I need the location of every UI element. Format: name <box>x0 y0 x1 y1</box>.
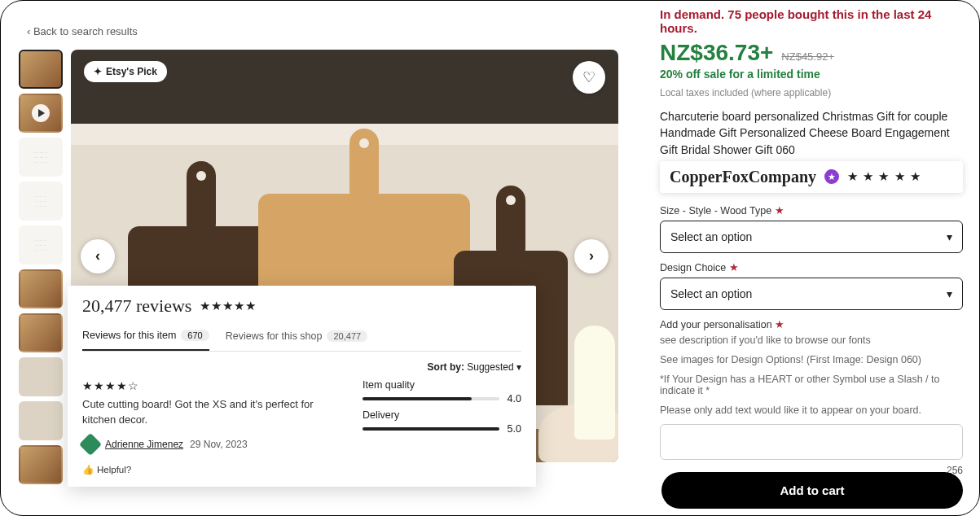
review-text: Cute cutting board! Got the XS and it's … <box>82 397 330 428</box>
avatar <box>79 433 102 456</box>
sort-value: Suggested <box>467 361 513 373</box>
thumbnail-8[interactable] <box>19 357 63 396</box>
thumbnail-video[interactable] <box>19 94 63 133</box>
product-info-panel: In demand. 75 people bought this in the … <box>653 7 979 476</box>
thumbnail-strip: ··· ··· ····· ··· ····· ··· ·· ·· ·· ···… <box>19 50 63 484</box>
back-to-results-link[interactable]: Back to search results <box>27 25 138 37</box>
add-to-cart-button[interactable]: Add to cart <box>661 472 963 509</box>
demand-text: In demand. 75 people bought this in the … <box>660 7 963 35</box>
thumbnail-5[interactable]: ·· ·· ···· ·· ···· ·· ·· <box>19 225 63 265</box>
prev-image-button[interactable]: ‹ <box>81 239 115 273</box>
price: NZ$36.73+ <box>660 40 773 66</box>
rating-delivery-label: Delivery <box>363 409 521 421</box>
personalisation-hint-2: See images for Design Options! (First Im… <box>660 354 963 365</box>
tab-reviews-item[interactable]: Reviews for this item 670 <box>82 325 209 351</box>
sort-dropdown[interactable]: Sort by: Suggested ▾ <box>82 361 521 373</box>
rating-quality-value: 4.0 <box>508 393 521 404</box>
review-summary-stars: ★★★★★ <box>200 299 257 313</box>
thumbnail-10[interactable] <box>19 445 63 484</box>
personalisation-hint-1: see description if you'd like to browse … <box>660 335 963 346</box>
personalisation-label: Add your personalisation ★ <box>660 318 963 330</box>
sale-text: 20% off sale for a limited time <box>660 68 963 81</box>
tab-count-pill: 670 <box>181 330 209 341</box>
chevron-right-icon: › <box>589 247 594 265</box>
option2-label: Design Choice ★ <box>660 261 963 273</box>
chevron-left-icon: ‹ <box>95 247 100 265</box>
etsy-pick-label: Etsy's Pick <box>106 66 157 77</box>
thumbnail-4[interactable]: ·· ·· ···· ·· ···· ·· ·· <box>19 181 63 221</box>
reviews-panel: 20,477 reviews ★★★★★ Reviews for this it… <box>68 286 536 487</box>
tab-count-pill: 20,477 <box>327 330 367 342</box>
rating-delivery-value: 5.0 <box>508 423 521 435</box>
thumbnail-6[interactable] <box>19 269 63 308</box>
rating-quality-label: Item quality <box>363 379 521 391</box>
thumbs-up-icon: 👍 <box>82 464 94 475</box>
tab-label: Reviews for this item <box>82 330 176 341</box>
next-image-button[interactable]: › <box>574 239 609 273</box>
review-date: 29 Nov, 2023 <box>190 439 248 450</box>
sparkle-icon: ✦ <box>94 66 102 77</box>
shop-name-link[interactable]: CopperFoxCompany <box>670 168 816 186</box>
tax-text: Local taxes included (where applicable) <box>660 87 963 98</box>
chevron-down-icon: ▾ <box>516 361 521 373</box>
personalisation-input[interactable] <box>660 424 963 460</box>
favorite-button[interactable]: ♡ <box>573 61 605 94</box>
heart-icon: ♡ <box>582 68 595 86</box>
shop-bar: CopperFoxCompany ★ ★ ★ ★ ★ ★ <box>660 161 963 193</box>
thumbnail-1[interactable] <box>19 50 63 89</box>
price-original: NZ$45.92+ <box>781 50 834 63</box>
select-placeholder: Select an option <box>670 230 752 243</box>
personalisation-hint-4: Please only add text would like it to ap… <box>660 404 963 416</box>
option1-select[interactable]: Select an option ▾ <box>660 221 963 253</box>
chevron-down-icon: ▾ <box>947 230 952 243</box>
helpful-label: Helpful? <box>97 465 131 474</box>
tab-reviews-shop[interactable]: Reviews for this shop 20,477 <box>226 325 367 351</box>
single-review-stars: ★★★★☆ <box>82 379 330 392</box>
select-placeholder: Select an option <box>670 287 752 300</box>
thumbnail-3[interactable]: ··· ··· ····· ··· ····· ··· ·· <box>19 138 63 177</box>
personalisation-hint-3: *If Your Design has a HEART or other Sym… <box>660 374 963 396</box>
option1-label: Size - Style - Wood Type ★ <box>660 204 963 216</box>
thumbnail-9[interactable] <box>19 401 63 440</box>
star-seller-badge-icon: ★ <box>824 169 839 184</box>
chevron-down-icon: ▾ <box>947 287 952 300</box>
shop-stars: ★ ★ ★ ★ ★ <box>847 169 921 184</box>
thumbnail-7[interactable] <box>19 313 63 352</box>
etsy-pick-badge: ✦ Etsy's Pick <box>84 61 167 82</box>
tab-label: Reviews for this shop <box>226 330 323 342</box>
option2-select[interactable]: Select an option ▾ <box>660 278 963 310</box>
helpful-button[interactable]: 👍 Helpful? <box>82 464 330 475</box>
review-count: 20,477 reviews <box>82 295 191 317</box>
product-title: Charcuterie board personalized Christmas… <box>660 108 963 158</box>
reviewer-link[interactable]: Adrienne Jimenez <box>105 439 183 450</box>
sort-label: Sort by: <box>428 361 464 373</box>
